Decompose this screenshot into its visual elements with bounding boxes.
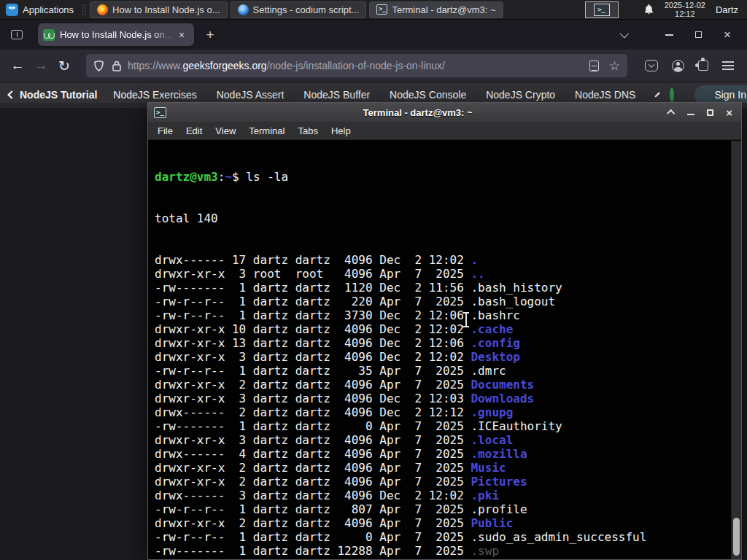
extensions-puzzle-icon[interactable] (698, 61, 708, 71)
terminal-window-title: Terminal - dartz@vm3: ~ (166, 107, 669, 118)
url-path: /node-js/installation-of-node-js-on-linu… (267, 60, 445, 71)
file-name: .bashrc (471, 308, 519, 322)
file-name: Music (471, 461, 506, 475)
file-name: Desktop (471, 350, 519, 364)
terminal-row: -rw-r--r-- 1 dartz dartz 807 Apr 7 2025 … (155, 502, 741, 516)
terminal-row: drwxr-xr-x 2 dartz dartz 4096 Apr 7 2025… (155, 378, 741, 392)
file-name: Documents (471, 378, 534, 392)
pocket-icon[interactable] (645, 60, 658, 71)
minimize-button[interactable] (687, 114, 694, 115)
url-domain: geeksforgeeks.org (182, 60, 266, 71)
scrollbar-thumb[interactable] (733, 518, 740, 556)
codium-icon (238, 4, 249, 15)
terminal-row: drwxr-xr-x 3 dartz dartz 4096 Apr 7 2025… (155, 433, 741, 447)
file-name: .. (471, 267, 484, 281)
terminal-window-controls: × (669, 107, 735, 118)
chevron-down-icon (619, 29, 629, 39)
taskbar-button-terminal[interactable]: >_ Terminal - dartz@vm3: ~ (369, 1, 503, 18)
workspace-switcher[interactable]: >_ (585, 1, 619, 18)
search-icon[interactable] (670, 88, 674, 102)
firefox-view-icon (11, 30, 23, 39)
navbar-item-crypto[interactable]: NodeJS Crypto (486, 89, 555, 101)
taskbar-button-terminal-label: Terminal - dartz@vm3: ~ (392, 4, 495, 15)
applications-menu-button[interactable]: Applications (0, 0, 80, 19)
panel-status-area: 2025-12-02 12:12 Dartz (643, 1, 747, 18)
menu-hamburger-icon[interactable] (722, 61, 734, 70)
terminal-row: drwxr-xr-x 2 dartz dartz 4096 Apr 7 2025… (155, 461, 741, 475)
menu-terminal[interactable]: Terminal (242, 125, 291, 136)
terminal-row: -rw-r--r-- 1 dartz dartz 35 Apr 7 2025 .… (155, 364, 741, 378)
firefox-view-button[interactable] (6, 26, 28, 44)
file-name: .bash_history (471, 281, 562, 295)
geeksforgeeks-favicon (43, 29, 55, 41)
reader-view-icon[interactable] (589, 61, 599, 71)
navbar-item-dns[interactable]: NodeJS DNS (575, 89, 635, 101)
terminal-output[interactable]: dartz@vm3:~$ ls -la total 140 drwx------… (148, 141, 741, 559)
maximize-button[interactable] (707, 109, 713, 116)
reload-button[interactable]: ↻ (53, 55, 76, 77)
file-name: Downloads (471, 392, 534, 405)
taskbar-button-codium[interactable]: Settings - codium script... (231, 1, 367, 18)
terminal-row: drwxr-xr-x 2 dartz dartz 4096 Apr 7 2025… (155, 475, 741, 489)
navbar-item-console[interactable]: NodeJS Console (390, 89, 466, 101)
address-bar[interactable]: https://www.geeksforgeeks.org/node-js/in… (86, 54, 627, 77)
menu-tabs[interactable]: Tabs (291, 125, 324, 136)
file-name: .bash_logout (471, 295, 555, 308)
panel-user-label[interactable]: Dartz (716, 4, 740, 15)
menu-file[interactable]: File (151, 125, 179, 136)
navbar-item-buffer[interactable]: NodeJS Buffer (303, 89, 370, 101)
firefox-tab-strip: How to Install Node.js on... × + × (0, 20, 747, 50)
terminal-scrollbar[interactable] (731, 141, 741, 559)
terminal-output-rows: drwx------ 17 dartz dartz 4096 Dec 2 12:… (155, 253, 741, 559)
terminal-row: drwx------ 17 dartz dartz 4096 Dec 2 12:… (155, 253, 741, 267)
taskbar-button-firefox-label: How to Install Node.js o... (112, 4, 220, 15)
lock-icon[interactable] (112, 60, 122, 72)
taskbar-button-codium-label: Settings - codium script... (253, 4, 360, 15)
prompt-separator: : (218, 170, 225, 184)
navbar-item-exercises[interactable]: NodeJS Exercises (113, 89, 196, 101)
file-name: .swp (471, 544, 499, 558)
chevron-left-icon (7, 90, 15, 98)
navbar-back-item[interactable]: NodeJS Tutorial (9, 89, 97, 101)
sign-in-button[interactable]: Sign In (694, 85, 747, 104)
file-name: Templates (471, 558, 534, 559)
terminal-row: drwxr-xr-x 10 dartz dartz 4096 Dec 2 12:… (155, 322, 741, 336)
file-name: . (471, 253, 478, 267)
tab-close-button[interactable]: × (174, 28, 189, 42)
terminal-icon: >_ (154, 107, 166, 118)
panel-clock[interactable]: 2025-12-02 12:12 (665, 1, 705, 18)
terminal-row: -rw------- 1 dartz dartz 12288 Apr 7 202… (155, 544, 741, 558)
list-all-tabs-button[interactable] (614, 26, 632, 44)
taskbar-button-firefox[interactable]: How to Install Node.js o... (90, 1, 227, 18)
tracking-protection-shield-icon[interactable] (93, 60, 104, 72)
terminal-row: -rw-r--r-- 1 dartz dartz 0 Apr 7 2025 .s… (155, 530, 741, 544)
maximize-button[interactable] (695, 31, 702, 38)
back-button[interactable]: ← (6, 55, 29, 77)
minimize-button[interactable] (665, 34, 673, 36)
menu-help[interactable]: Help (325, 125, 357, 136)
close-button[interactable]: × (726, 107, 732, 118)
navbar-item-assert[interactable]: NodeJS Assert (217, 89, 285, 101)
terminal-total-line: total 140 (155, 211, 741, 225)
new-tab-button[interactable]: + (200, 25, 220, 45)
terminal-row: drwxr-xr-x 13 dartz dartz 4096 Dec 2 12:… (155, 336, 741, 350)
notifications-bell-icon[interactable] (643, 4, 654, 15)
bookmark-star-icon[interactable]: ☆ (609, 60, 620, 72)
close-button[interactable]: × (724, 28, 731, 41)
menu-view[interactable]: View (209, 125, 242, 136)
tab-title: How to Install Node.js on... (60, 29, 174, 40)
urlbar-end-icons: ☆ (589, 60, 620, 72)
terminal-icon: >_ (376, 4, 387, 15)
account-icon[interactable] (672, 60, 684, 72)
firefox-window-controls: × (665, 28, 731, 41)
panel-separator (82, 4, 86, 15)
navbar-back-label: NodeJS Tutorial (20, 89, 97, 101)
file-name: Pictures (471, 475, 527, 489)
forward-button[interactable]: → (29, 55, 53, 77)
terminal-row: -rw------- 1 dartz dartz 0 Apr 7 2025 .I… (155, 419, 741, 433)
menu-edit[interactable]: Edit (179, 125, 209, 136)
terminal-titlebar[interactable]: >_ Terminal - dartz@vm3: ~ × (148, 103, 741, 122)
file-name: .sudo_as_admin_successful (471, 530, 646, 544)
navbar-scroll-right-icon[interactable] (655, 92, 660, 97)
browser-tab-active[interactable]: How to Install Node.js on... × (38, 23, 194, 46)
